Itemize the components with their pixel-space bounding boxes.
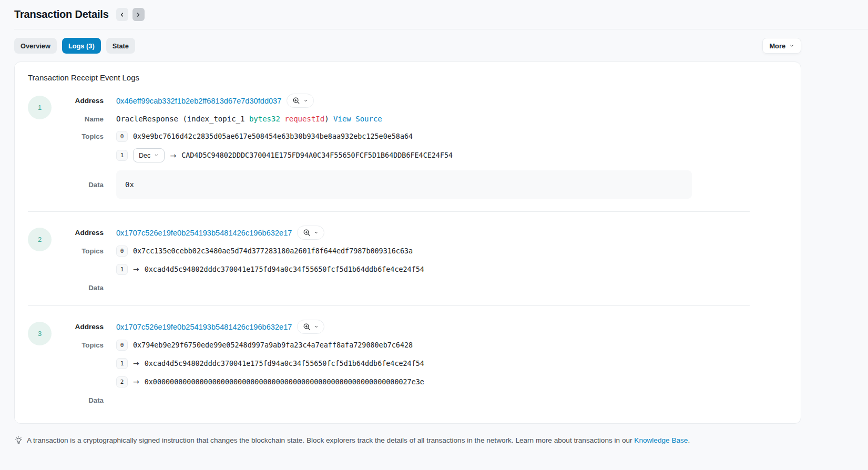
chevron-right-icon xyxy=(135,12,141,18)
topic-value: 0x794eb9e29f6750ede99e05248d997a9ab9fa23… xyxy=(133,341,413,349)
card-title: Transaction Receipt Event Logs xyxy=(28,73,788,82)
footer-text: A transaction is a cryptographically sig… xyxy=(27,436,690,444)
topic-value: CAD4D5C94802DDDC370041E175FD94A0C34F5565… xyxy=(181,151,453,159)
topic-index-badge: 1 xyxy=(116,358,128,369)
page-header: Transaction Details xyxy=(14,8,868,21)
log-index-badge: 3 xyxy=(28,322,52,345)
topic-format-dropdown[interactable]: Dec xyxy=(133,148,165,162)
more-label: More xyxy=(769,42,785,50)
address-link[interactable]: 0x1707c526e19fe0b254193b5481426c196b632e… xyxy=(116,323,292,331)
topic-index-badge: 0 xyxy=(116,246,128,257)
address-lookup-button[interactable] xyxy=(297,226,324,240)
param-type: bytes32 xyxy=(249,115,280,123)
log-divider xyxy=(28,211,750,212)
more-dropdown-button[interactable]: More xyxy=(762,38,801,54)
chevron-down-icon xyxy=(154,153,159,158)
address-row: Address 0x1707c526e19fe0b254193b5481426c… xyxy=(28,226,788,240)
log-index-badge: 1 xyxy=(28,96,52,119)
data-label: Data xyxy=(28,396,104,404)
zoom-in-icon xyxy=(303,229,311,237)
log-entry-2: 2 Address 0x1707c526e19fe0b254193b548142… xyxy=(28,226,788,293)
data-row: Data xyxy=(28,395,788,405)
log-divider xyxy=(28,305,750,306)
chevron-down-icon xyxy=(789,43,794,48)
header-divider xyxy=(14,29,868,29)
chevron-down-icon xyxy=(314,230,319,235)
topic-index-badge: 2 xyxy=(116,376,128,387)
topic-value: 0xcad4d5c94802dddc370041e175fd94a0c34f55… xyxy=(145,265,424,273)
knowledge-base-link[interactable]: Knowledge Base xyxy=(634,436,688,444)
data-row: Data 0x xyxy=(28,170,788,199)
topic-value: 0x7cc135e0cebb02c3480ae5d74d377283180a26… xyxy=(133,247,413,255)
lightbulb-icon xyxy=(14,436,23,445)
data-label: Data xyxy=(28,181,104,189)
topic-row-0: Topics 0 0x9e9bc7616d42c2835d05ae617e508… xyxy=(28,130,788,142)
address-link[interactable]: 0x1707c526e19fe0b254193b5481426c196b632e… xyxy=(116,229,292,237)
address-row: Address 0x1707c526e19fe0b254193b5481426c… xyxy=(28,320,788,334)
data-row: Data xyxy=(28,282,788,293)
log-entry-3: 3 Address 0x1707c526e19fe0b254193b548142… xyxy=(28,320,788,405)
topic-index-badge: 0 xyxy=(116,340,128,351)
topic-row-1: 1 → 0xcad4d5c94802dddc370041e175fd94a0c3… xyxy=(28,357,788,370)
topic-row-1: 1 → 0xcad4d5c94802dddc370041e175fd94a0c3… xyxy=(28,263,788,275)
arrow-icon: → xyxy=(133,377,139,386)
topic-row-2: 2 → 0x0000000000000000000000000000000000… xyxy=(28,375,788,388)
logs-card: Transaction Receipt Event Logs 1 Address… xyxy=(14,62,801,424)
zoom-in-icon xyxy=(303,323,311,331)
page-title: Transaction Details xyxy=(14,8,109,21)
address-link[interactable]: 0x46eff99cab332f1b2eb2ff6813d67e7d30fdd0… xyxy=(116,97,281,105)
topics-label: Topics xyxy=(28,132,104,140)
next-transaction-button[interactable] xyxy=(132,8,145,21)
address-row: Address 0x46eff99cab332f1b2eb2ff6813d67e… xyxy=(28,94,788,108)
topic-value: 0x9e9bc7616d42c2835d05ae617e508454e63b30… xyxy=(133,132,413,140)
event-signature: OracleResponse (index_topic_1 bytes32 re… xyxy=(116,115,382,123)
footer-note: A transaction is a cryptographically sig… xyxy=(14,436,868,445)
address-lookup-button[interactable] xyxy=(287,94,314,108)
log-index-badge: 2 xyxy=(28,228,52,251)
topic-index-badge: 0 xyxy=(116,131,128,142)
zoom-in-icon xyxy=(292,97,300,105)
arrow-icon: → xyxy=(133,265,139,273)
topic-index-badge: 1 xyxy=(116,150,128,161)
tab-bar: Overview Logs (3) State More xyxy=(14,38,801,54)
topic-value: 0x00000000000000000000000000000000000000… xyxy=(145,378,424,386)
tab-state[interactable]: State xyxy=(106,38,135,54)
view-source-link[interactable]: View Source xyxy=(333,115,382,123)
topic-row-0: Topics 0 0x794eb9e29f6750ede99e05248d997… xyxy=(28,339,788,351)
chevron-down-icon xyxy=(303,98,308,103)
tab-overview[interactable]: Overview xyxy=(14,38,57,54)
address-lookup-button[interactable] xyxy=(297,320,324,334)
name-row: Name OracleResponse (index_topic_1 bytes… xyxy=(28,113,788,125)
log-entry-1: 1 Address 0x46eff99cab332f1b2eb2ff6813d6… xyxy=(28,94,788,199)
chevron-left-icon xyxy=(119,12,125,18)
chevron-down-icon xyxy=(314,324,319,329)
data-label: Data xyxy=(28,284,104,292)
topic-row-1: 1 Dec → CAD4D5C94802DDDC370041E175FD94A0… xyxy=(28,148,788,162)
topic-value: 0xcad4d5c94802dddc370041e175fd94a0c34f55… xyxy=(145,360,424,367)
arrow-icon: → xyxy=(133,359,139,367)
topic-row-0: Topics 0 0x7cc135e0cebb02c3480ae5d74d377… xyxy=(28,244,788,257)
param-name: requestId xyxy=(284,115,324,123)
tab-logs[interactable]: Logs (3) xyxy=(62,38,101,54)
previous-transaction-button[interactable] xyxy=(116,8,128,21)
data-value-box: 0x xyxy=(116,170,692,199)
arrow-icon: → xyxy=(170,151,176,160)
topic-index-badge: 1 xyxy=(116,264,128,275)
